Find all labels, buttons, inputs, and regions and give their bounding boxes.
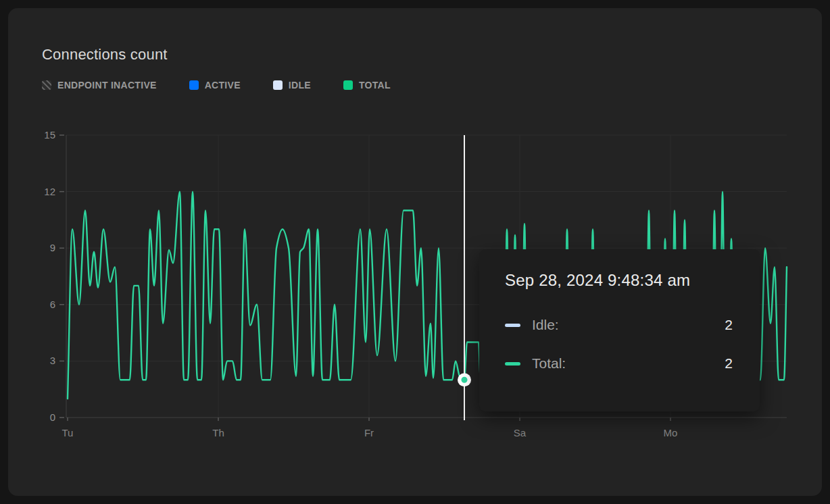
x-tick-label: Mo: [664, 427, 678, 438]
legend-swatch-icon: [189, 80, 199, 90]
legend-swatch-icon: [273, 80, 283, 90]
tooltip-series-value: 2: [725, 317, 733, 333]
y-tick-label: 3: [50, 355, 55, 366]
legend-swatch-icon: [343, 80, 353, 90]
legend-label: TOTAL: [359, 80, 391, 91]
y-tick-label: 12: [44, 186, 55, 197]
tooltip-series-label: Idle:: [532, 317, 559, 333]
legend-item-total[interactable]: TOTAL: [343, 80, 391, 91]
legend-label: ENDPOINT INACTIVE: [57, 80, 157, 91]
tooltip-row-total: Total:2: [505, 355, 733, 372]
y-tick-label: 6: [50, 299, 55, 310]
tooltip-timestamp: Sep 28, 2024 9:48:34 am: [505, 271, 733, 290]
legend-item-active[interactable]: ACTIVE: [189, 80, 241, 91]
y-tick-label: 15: [44, 129, 55, 141]
tooltip-series-label: Total:: [532, 355, 566, 372]
chart-tooltip: Sep 28, 2024 9:48:34 am Idle:2Total:2: [479, 249, 760, 411]
chart-title: Connections count: [42, 46, 168, 64]
x-tick-label: Fr: [364, 427, 374, 438]
series-dash-icon: [505, 362, 520, 366]
tooltip-series-value: 2: [725, 355, 733, 372]
legend-label: IDLE: [289, 80, 311, 91]
legend-item-endpoint-inactive[interactable]: ENDPOINT INACTIVE: [42, 80, 157, 91]
series-dash-icon: [505, 324, 520, 327]
x-tick-label: Sa: [514, 427, 527, 438]
tooltip-rows: Idle:2Total:2: [505, 317, 733, 372]
x-tick-label: Tu: [62, 427, 74, 438]
legend-label: ACTIVE: [205, 80, 241, 91]
y-tick-label: 9: [50, 242, 55, 253]
y-tick-label: 0: [50, 411, 55, 423]
x-tick-label: Th: [212, 427, 224, 438]
legend-item-idle[interactable]: IDLE: [273, 80, 311, 91]
tooltip-row-idle: Idle:2: [505, 317, 733, 333]
chart-legend: ENDPOINT INACTIVEACTIVEIDLETOTAL: [42, 80, 391, 91]
cursor-marker-dot: [462, 377, 468, 383]
legend-swatch-icon: [42, 80, 51, 90]
